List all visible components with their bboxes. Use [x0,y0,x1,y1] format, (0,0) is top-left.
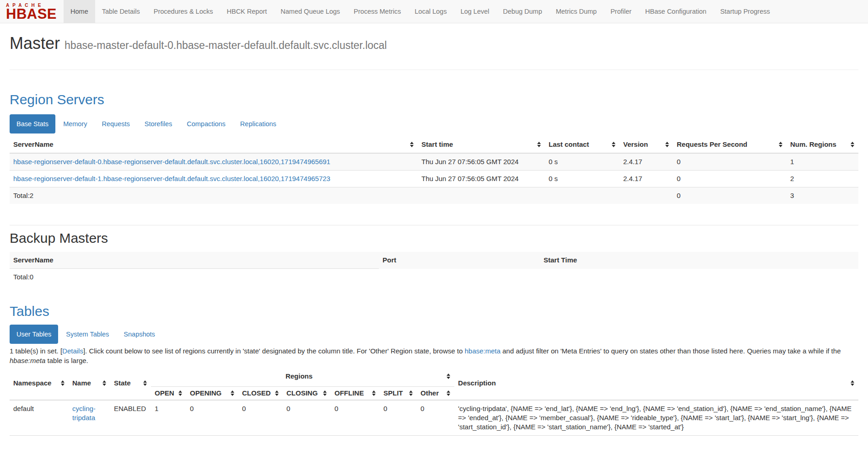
section-divider [10,225,858,225]
col-header-open[interactable]: OPEN [151,387,186,401]
nav-item-table-details[interactable]: Table Details [95,0,147,23]
sort-icon[interactable] [275,390,279,396]
tab-memory[interactable]: Memory [56,114,94,134]
table-link[interactable]: cycling-tripdata [72,405,96,422]
col-header-state[interactable]: State [110,366,151,400]
total-row: Total:0 [10,269,858,286]
tab-replications[interactable]: Replications [233,114,283,134]
nav-item-named-queue-logs[interactable]: Named Queue Logs [274,0,347,23]
col-header-description[interactable]: Description [454,366,858,400]
sort-icon[interactable] [409,390,413,396]
region-servers-section: Region Servers Base Stats Memory Request… [10,92,858,204]
tab-snapshots[interactable]: Snapshots [117,325,162,344]
tab-compactions[interactable]: Compactions [180,114,232,134]
user-tables-header-row-1: Namespace Name State Regions Description [10,366,858,387]
col-header-servername[interactable]: ServerName [10,252,379,269]
offline-count-cell: 0 [331,400,380,436]
col-header-port[interactable]: Port [379,252,540,269]
region-servers-table: ServerName Start time Last contact Versi… [10,136,858,204]
sort-icon[interactable] [143,380,147,386]
tab-base-stats[interactable]: Base Stats [10,114,55,134]
table-row: default cycling-tripdata ENABLED 1 0 0 0… [10,400,858,436]
master-title: Master [10,34,60,53]
nav-item-home[interactable]: Home [64,0,95,23]
tab-user-tables[interactable]: User Tables [10,325,58,344]
col-header-offline[interactable]: OFFLINE [331,387,380,401]
closed-count-cell: 0 [238,400,283,436]
col-header-start-time[interactable]: Start time [418,136,545,153]
nav-item-hbck-report[interactable]: HBCK Report [220,0,274,23]
sort-icon[interactable] [851,142,854,147]
details-link[interactable]: Details [62,347,83,355]
namespace-cell: default [10,400,69,436]
start-time-cell: Thu Jun 27 07:56:05 GMT 2024 [418,171,545,187]
logo-hbase-text: HBASE [6,8,57,21]
sort-icon[interactable] [61,380,65,386]
last-contact-cell: 0 s [545,153,620,171]
navbar-menu: Home Table Details Procedures & Locks HB… [64,0,777,23]
col-header-requests-per-second[interactable]: Requests Per Second [673,136,787,153]
sort-icon[interactable] [851,380,854,386]
col-header-opening[interactable]: OPENING [186,387,238,401]
sort-icon[interactable] [372,390,376,396]
col-header-start-time[interactable]: Start Time [540,252,858,269]
total-label: Total:0 [10,269,379,286]
sort-icon[interactable] [665,142,669,147]
tables-heading: Tables [10,304,858,319]
top-navbar: APACHE HBASE Home Table Details Procedur… [0,0,868,23]
sort-icon[interactable] [178,390,182,396]
sort-icon[interactable] [612,142,615,147]
nav-item-process-metrics[interactable]: Process Metrics [347,0,408,23]
page-title: Master hbase-master-default-0.hbase-mast… [10,34,858,54]
sort-icon[interactable] [323,390,327,396]
col-header-namespace[interactable]: Namespace [10,366,69,400]
start-time-cell: Thu Jun 27 07:56:05 GMT 2024 [418,153,545,171]
hbase-logo[interactable]: APACHE HBASE [0,0,64,23]
col-header-last-contact[interactable]: Last contact [545,136,620,153]
tab-requests[interactable]: Requests [95,114,137,134]
nav-item-local-logs[interactable]: Local Logs [408,0,453,23]
state-cell: ENABLED [110,400,151,436]
regionserver-link[interactable]: hbase-regionserver-default-0.hbase-regio… [13,158,330,166]
nav-item-hbase-configuration[interactable]: HBase Configuration [638,0,713,23]
col-header-version[interactable]: Version [620,136,673,153]
col-header-name[interactable]: Name [69,366,110,400]
col-header-closed[interactable]: CLOSED [238,387,283,401]
sort-icon[interactable] [447,374,450,379]
hbase-meta-italic: hbase:meta [10,357,45,364]
version-cell: 2.4.17 [620,171,673,187]
nav-item-profiler[interactable]: Profiler [604,0,638,23]
regionserver-link[interactable]: hbase-regionserver-default-1.hbase-regio… [13,175,330,182]
master-hostname: hbase-master-default-0.hbase-master-defa… [65,39,387,51]
nav-item-debug-dump[interactable]: Debug Dump [496,0,549,23]
nav-item-metrics-dump[interactable]: Metrics Dump [549,0,604,23]
page-header: Master hbase-master-default-0.hbase-mast… [10,34,858,70]
version-cell: 2.4.17 [620,153,673,171]
hbase-meta-link[interactable]: hbase:meta [464,347,500,355]
user-tables-table: Namespace Name State Regions Description… [10,366,858,436]
col-header-split[interactable]: SPLIT [380,387,417,401]
tab-system-tables[interactable]: System Tables [59,325,116,344]
col-header-regions-group[interactable]: Regions [151,366,454,387]
col-header-servername[interactable]: ServerName [10,136,418,153]
table-row: hbase-regionserver-default-1.hbase-regio… [10,171,858,187]
col-header-other[interactable]: Other [417,387,454,401]
closing-count-cell: 0 [283,400,331,436]
nav-item-procedures-locks[interactable]: Procedures & Locks [147,0,220,23]
sort-icon[interactable] [231,390,234,396]
col-header-num-regions[interactable]: Num. Regions [787,136,858,153]
region-servers-heading: Region Servers [10,92,858,107]
backup-masters-heading: Backup Masters [10,230,858,246]
nav-item-startup-progress[interactable]: Startup Progress [713,0,777,23]
sort-icon[interactable] [410,142,414,147]
rps-cell: 0 [673,171,787,187]
last-contact-cell: 0 s [545,171,620,187]
nav-item-log-level[interactable]: Log Level [453,0,496,23]
tab-storefiles[interactable]: Storefiles [138,114,179,134]
sort-icon[interactable] [537,142,541,147]
region-servers-header-row: ServerName Start time Last contact Versi… [10,136,858,153]
sort-icon[interactable] [102,380,106,386]
sort-icon[interactable] [447,390,450,396]
col-header-closing[interactable]: CLOSING [283,387,331,401]
sort-icon[interactable] [779,142,782,147]
